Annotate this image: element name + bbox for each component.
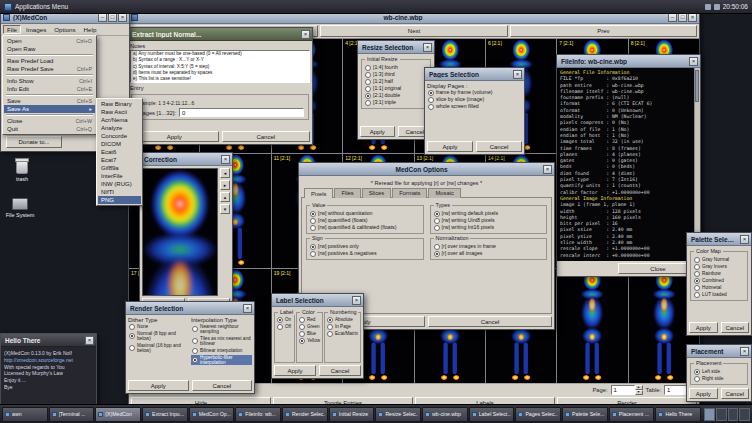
- placement-option[interactable]: Right side: [693, 376, 745, 382]
- options-tab[interactable]: Pixels: [304, 188, 333, 198]
- taskbar-item[interactable]: [Terminal ...: [49, 407, 95, 422]
- normalization-option[interactable]: [r] over all images: [433, 251, 545, 257]
- taskbar-item[interactable]: Resize Selec...: [375, 407, 421, 422]
- close-button[interactable]: ×: [689, 57, 698, 66]
- workspace-2[interactable]: [716, 408, 727, 421]
- taskbar-item[interactable]: (X)MedCon: [95, 407, 141, 422]
- cancel-button[interactable]: Cancel: [428, 316, 552, 327]
- file-menu-item[interactable]: [6, 74, 93, 76]
- numbering-option[interactable]: Ecat/Matrix: [326, 331, 359, 337]
- dither-option[interactable]: Normal (8 bpp and below): [128, 331, 189, 342]
- value-option[interactable]: [rw] quantified & calibrated (floats): [309, 225, 421, 231]
- close-button[interactable]: ×: [513, 70, 522, 79]
- taskbar-item[interactable]: MedCon Op...: [189, 407, 235, 422]
- apply-button[interactable]: Apply: [360, 126, 395, 137]
- pages-titlebar[interactable]: Pages Selection ×: [425, 68, 524, 81]
- taskbar-item[interactable]: Fileinfo: wb...: [235, 407, 281, 422]
- palette-option[interactable]: Hotmetal: [693, 285, 745, 291]
- file-menu-item[interactable]: Save As ▸: [4, 105, 95, 113]
- submenu-item[interactable]: Ecat7: [98, 156, 141, 164]
- placement-option[interactable]: Left side: [693, 369, 745, 375]
- close-button[interactable]: ×: [85, 336, 94, 345]
- workspace-1[interactable]: [704, 408, 715, 421]
- fileinfo-titlebar[interactable]: FileInfo: wb-cine.wbp ×: [557, 55, 700, 68]
- apply-button[interactable]: Apply: [689, 322, 718, 333]
- prev-button[interactable]: Prev: [510, 25, 697, 37]
- applications-menu[interactable]: Applications Menu: [15, 3, 68, 10]
- palette-option[interactable]: Gray Normal: [693, 257, 745, 263]
- workspace-pager[interactable]: [704, 408, 750, 421]
- color-option[interactable]: Blue: [298, 331, 321, 337]
- images-input[interactable]: 0: [179, 108, 304, 117]
- taskbar-item[interactable]: Label Select...: [469, 407, 515, 422]
- file-menu-item[interactable]: Save Ctrl+S: [4, 97, 95, 105]
- correction-nav-button[interactable]: ▾: [220, 204, 230, 214]
- color-option[interactable]: Green: [298, 324, 321, 330]
- cancel-button[interactable]: Cancel: [476, 141, 522, 152]
- workspace-4[interactable]: [739, 408, 750, 421]
- tray-icon[interactable]: [714, 4, 720, 10]
- tray-icon[interactable]: [705, 4, 711, 10]
- next-button[interactable]: Next: [320, 25, 507, 37]
- types-option[interactable]: [rw] writing Int16 pixels: [433, 225, 545, 231]
- correction-nav-button[interactable]: ▴: [220, 192, 230, 202]
- options-titlebar[interactable]: MedCon Options ×: [299, 163, 554, 176]
- submenu-item[interactable]: Acr/Nema: [98, 116, 141, 124]
- trash-desktop-icon[interactable]: trash: [2, 160, 42, 182]
- file-menu-item[interactable]: Close Ctrl+W: [4, 117, 95, 125]
- file-menu-item[interactable]: Open Raw: [4, 45, 95, 53]
- render-titlebar[interactable]: Render Selection ×: [126, 302, 254, 315]
- close-button[interactable]: ×: [243, 304, 252, 313]
- resize-option[interactable]: [3:1] triple: [364, 100, 428, 106]
- palette-option[interactable]: Combined: [693, 278, 745, 284]
- scan-cell[interactable]: 23 [2:1]: [557, 269, 627, 383]
- taskbar-item[interactable]: wb-cine.wbp: [422, 407, 468, 422]
- submenu-item[interactable]: Gif89a: [98, 164, 141, 172]
- correction-nav-button[interactable]: ◂: [220, 168, 230, 178]
- menubar-item[interactable]: File: [3, 25, 21, 34]
- numbering-option[interactable]: In Page: [326, 324, 359, 330]
- sign-option[interactable]: [rw] positives & negatives: [309, 251, 421, 257]
- close-button[interactable]: ×: [740, 347, 749, 356]
- apply-button[interactable]: Apply: [130, 131, 219, 142]
- options-tab[interactable]: Formats: [392, 188, 427, 198]
- resize-titlebar[interactable]: Resize Selection ×: [358, 41, 434, 54]
- dither-option[interactable]: Maximal (16 bpp and below): [128, 343, 189, 354]
- close-button[interactable]: ×: [423, 43, 432, 52]
- dither-option[interactable]: None: [128, 324, 189, 330]
- submenu-item[interactable]: PNG: [98, 196, 141, 204]
- pages-option[interactable]: whole screen filled: [427, 104, 522, 110]
- file-menu-item[interactable]: [6, 94, 93, 96]
- submenu-item[interactable]: Ecat6: [98, 148, 141, 156]
- menubar-item[interactable]: Options: [51, 26, 78, 33]
- taskbar-item[interactable]: Placement ...: [609, 407, 655, 422]
- placement-titlebar[interactable]: Placement ×: [687, 345, 751, 358]
- submenu-item[interactable]: InterFile: [98, 172, 141, 180]
- file-menu-item[interactable]: [6, 114, 93, 116]
- color-option[interactable]: Red: [298, 317, 321, 323]
- interpolation-option[interactable]: Hyperbolic-filter interpolation: [191, 355, 252, 366]
- palette-option[interactable]: Gray Invers: [693, 264, 745, 270]
- taskbar-item[interactable]: Initial Resize: [329, 407, 375, 422]
- close-button[interactable]: ×: [543, 165, 552, 174]
- label-titlebar[interactable]: Label Selection ×: [272, 294, 363, 307]
- taskbar-item[interactable]: awn: [2, 407, 48, 422]
- submenu-item[interactable]: INW (RUG): [98, 180, 141, 188]
- submenu-item[interactable]: NIfTI: [98, 188, 141, 196]
- apply-button[interactable]: Apply: [427, 141, 473, 152]
- cancel-button[interactable]: Cancel: [319, 365, 361, 376]
- submenu-item[interactable]: Raw Binary: [98, 100, 141, 108]
- options-tab[interactable]: Slices: [362, 188, 391, 198]
- color-option[interactable]: Yellow: [298, 338, 321, 344]
- label-option[interactable]: On: [276, 317, 293, 323]
- file-menu-item[interactable]: Open Ctrl+O: [4, 37, 95, 45]
- interpolation-option[interactable]: Nearest neighbour sampling: [191, 324, 252, 335]
- cancel-button[interactable]: Cancel: [721, 322, 750, 333]
- apply-button[interactable]: Apply: [689, 388, 718, 399]
- close-button[interactable]: ×: [301, 30, 310, 39]
- file-menu-item[interactable]: Info Show Ctrl+I: [4, 77, 95, 85]
- workspace-3[interactable]: [728, 408, 739, 421]
- page-spinner-arrows[interactable]: ▲▼: [635, 385, 643, 395]
- scrollbar-thumb[interactable]: [695, 70, 699, 102]
- close-button[interactable]: ×: [740, 235, 749, 244]
